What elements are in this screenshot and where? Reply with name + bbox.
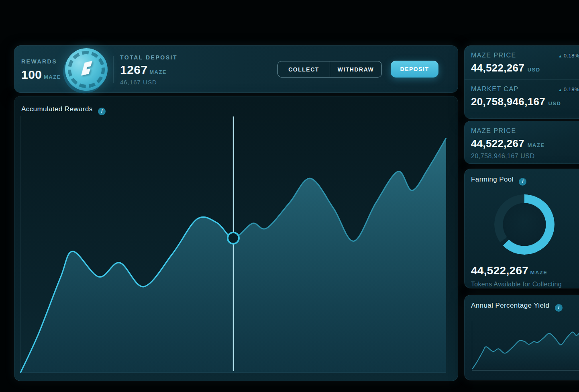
info-icon[interactable]: i bbox=[555, 304, 563, 312]
change-badge: ▲0.18% bbox=[558, 53, 579, 59]
info-icon[interactable]: i bbox=[519, 178, 526, 186]
stat-value: 44,522,267 bbox=[471, 62, 524, 74]
stat-usd-sub: 20,758,946,167 USD bbox=[471, 153, 578, 160]
total-deposit-block: TOTAL DEPOSIT 1267 MAZE 46,167 USD bbox=[120, 54, 177, 86]
apy-title: Annual Percentage Yield bbox=[471, 302, 549, 309]
maze-price-maze-row: MAZE PRICE 44,522,267 MAZE 20,758,946,16… bbox=[465, 121, 579, 165]
total-deposit-value-row: 1267 MAZE bbox=[120, 63, 177, 77]
farming-title-row: Farming Pool i bbox=[471, 176, 578, 186]
change-value: 0.18% bbox=[564, 86, 579, 92]
crosshair-marker[interactable] bbox=[228, 233, 239, 244]
apy-chart-box bbox=[472, 321, 579, 371]
stat-label: MAZE PRICE bbox=[471, 127, 578, 135]
withdraw-button[interactable]: WITHDRAW bbox=[330, 61, 381, 77]
rewards-unit: MAZE bbox=[44, 74, 61, 80]
chart-title-row: Accumulated Rewards i bbox=[21, 105, 106, 115]
total-deposit-unit: MAZE bbox=[149, 69, 167, 75]
rewards-value: 100 bbox=[21, 68, 42, 82]
stat-unit: USD bbox=[548, 100, 561, 106]
topbar-divider bbox=[113, 56, 114, 83]
total-deposit-usd: 46,167 USD bbox=[120, 79, 177, 86]
maze-price-usd-row: MAZE PRICE ▲0.18% 44,522,267 USD bbox=[465, 46, 579, 79]
wallet-topbar: REWARDS 100 MAZE TOTAL DEPOSIT 1267 MAZE… bbox=[14, 45, 458, 93]
farming-value: 44,522,267 bbox=[471, 264, 528, 277]
maze-coin-icon bbox=[61, 44, 112, 95]
farming-pool-card: Farming Pool i 44,522,267 MAZE Tokens Av… bbox=[464, 169, 579, 288]
farming-title: Farming Pool bbox=[471, 176, 514, 183]
info-icon[interactable]: i bbox=[98, 108, 106, 115]
price-stats-card: MAZE PRICE ▲0.18% 44,522,267 USD MARKET … bbox=[464, 45, 579, 119]
total-deposit-value: 1267 bbox=[120, 63, 148, 76]
stat-value-row: 44,522,267 MAZE bbox=[471, 137, 578, 150]
total-deposit-label: TOTAL DEPOSIT bbox=[120, 54, 177, 61]
farming-dashboard: { "topbar": { "rewards_label": "REWARDS"… bbox=[0, 0, 579, 392]
accumulated-rewards-chart[interactable] bbox=[20, 116, 446, 373]
apy-title-row: Annual Percentage Yield i bbox=[471, 302, 578, 312]
deposit-button[interactable]: DEPOSIT bbox=[391, 61, 438, 78]
farming-caption: Tokens Available for Collecting bbox=[471, 281, 578, 288]
chart-title: Accumulated Rewards bbox=[21, 105, 93, 113]
apy-card: Annual Percentage Yield i bbox=[464, 295, 579, 380]
rewards-block: REWARDS 100 MAZE bbox=[21, 58, 61, 82]
farming-unit: MAZE bbox=[530, 270, 548, 276]
stat-value: 20,758,946,167 bbox=[471, 96, 545, 108]
donut-ring bbox=[494, 194, 555, 255]
rewards-value-row: 100 MAZE bbox=[21, 65, 61, 82]
up-arrow-icon: ▲ bbox=[558, 88, 562, 92]
farming-pool-donut bbox=[494, 194, 555, 255]
up-arrow-icon: ▲ bbox=[558, 54, 562, 58]
accumulated-rewards-card: Accumulated Rewards i bbox=[14, 96, 458, 381]
maze-price-maze-card: MAZE PRICE 44,522,267 MAZE 20,758,946,16… bbox=[464, 121, 579, 164]
change-value: 0.18% bbox=[564, 53, 579, 59]
farming-value-row: 44,522,267 MAZE bbox=[471, 264, 578, 277]
stat-unit: MAZE bbox=[528, 142, 545, 148]
collect-withdraw-group: COLLECT WITHDRAW bbox=[277, 61, 382, 78]
rewards-label: REWARDS bbox=[21, 58, 61, 65]
market-cap-row: MARKET CAP ▲0.18% 20,758,946,167 USD bbox=[465, 80, 579, 113]
stat-unit: USD bbox=[528, 67, 540, 73]
collect-button[interactable]: COLLECT bbox=[278, 61, 330, 77]
stat-value-row: 20,758,946,167 USD bbox=[471, 96, 578, 108]
stat-value-row: 44,522,267 USD bbox=[471, 62, 578, 74]
stat-value: 44,522,267 bbox=[471, 137, 524, 149]
apy-chart bbox=[472, 322, 579, 370]
change-badge: ▲0.18% bbox=[558, 86, 579, 92]
